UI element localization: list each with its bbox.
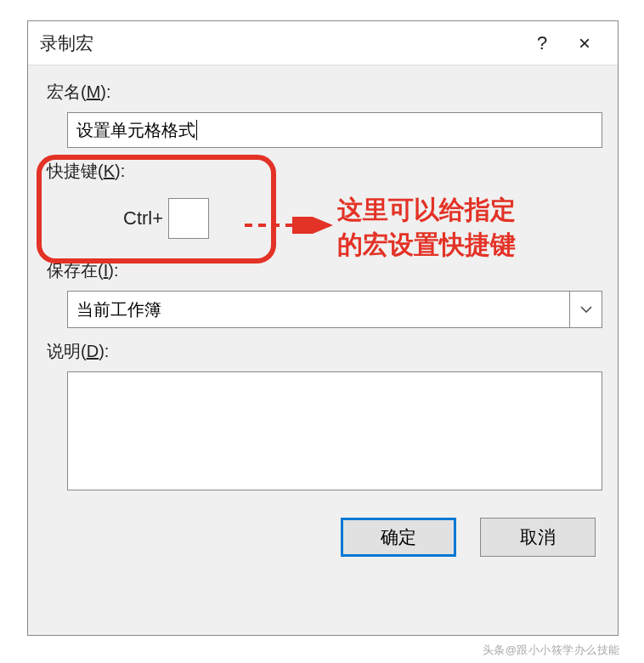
button-row: 确定 取消 [47, 518, 599, 557]
save-in-dropdown[interactable]: 当前工作簿 [67, 291, 602, 328]
macro-name-input[interactable]: 设置单元格格式 [67, 112, 602, 148]
cancel-button[interactable]: 取消 [480, 518, 596, 557]
annotation-line2: 的宏设置快捷键 [337, 228, 516, 263]
save-in-label: 保存在(I): [47, 259, 599, 282]
description-textarea[interactable] [67, 371, 602, 490]
annotation-line1: 这里可以给指定 [337, 193, 516, 228]
dialog-title: 录制宏 [40, 31, 521, 55]
macro-name-label: 宏名(M): [47, 81, 599, 104]
chevron-down-icon[interactable] [569, 292, 602, 327]
help-button[interactable]: ? [521, 26, 563, 60]
close-button[interactable]: × [563, 26, 606, 60]
shortcut-label: 快捷键(K): [47, 160, 599, 183]
text-cursor [196, 120, 197, 140]
dialog-content: 宏名(M): 设置单元格格式 快捷键(K): Ctrl+ 保存在(I): 当前工… [28, 65, 618, 572]
annotation-callout: 这里可以给指定 的宏设置快捷键 [337, 193, 516, 262]
description-label: 说明(D): [47, 340, 599, 363]
shortcut-section: 快捷键(K): Ctrl+ [47, 160, 599, 239]
titlebar: 录制宏 ? × [28, 21, 618, 65]
ctrl-prefix-label: Ctrl+ [123, 207, 163, 230]
watermark-text: 头条@跟小小筱学办么技能 [483, 643, 620, 658]
shortcut-key-input[interactable] [168, 198, 209, 239]
macro-name-value: 设置单元格格式 [76, 119, 195, 142]
record-macro-dialog: 录制宏 ? × 宏名(M): 设置单元格格式 快捷键(K): Ctrl+ 保存在… [27, 20, 619, 636]
ok-button[interactable]: 确定 [341, 518, 456, 557]
save-in-value: 当前工作簿 [76, 298, 161, 321]
